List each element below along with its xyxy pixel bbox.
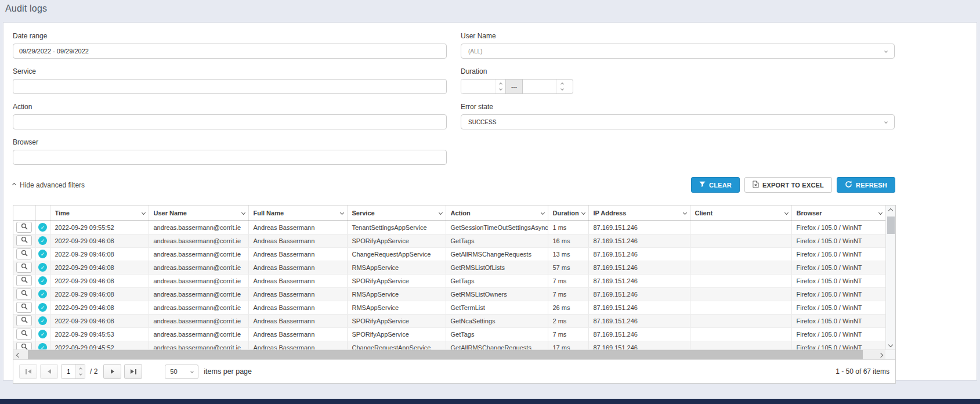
success-check-icon: ✓ xyxy=(38,223,47,232)
cell-full-name: Andreas Bassermann xyxy=(248,261,347,274)
duration-min-stepper[interactable] xyxy=(495,80,505,93)
column-header-full-name[interactable]: Full Name xyxy=(248,205,347,221)
user-name-select[interactable]: (ALL) xyxy=(461,44,895,59)
browser-field: Browser xyxy=(13,138,447,165)
row-details-button[interactable] xyxy=(16,275,32,286)
browser-input[interactable] xyxy=(13,150,447,165)
success-check-icon: ✓ xyxy=(38,236,47,245)
chevron-down-icon[interactable] xyxy=(141,211,145,215)
row-details-button[interactable] xyxy=(16,288,32,300)
row-details-button[interactable] xyxy=(16,329,32,340)
duration-min-input[interactable] xyxy=(461,80,495,93)
chevron-down-icon[interactable] xyxy=(581,211,585,215)
chevron-down-icon[interactable] xyxy=(241,211,245,215)
excel-file-icon xyxy=(753,181,759,189)
cell-user-name: andreas.bassermann@corrit.ie xyxy=(149,301,248,314)
success-check-icon: ✓ xyxy=(38,250,47,258)
table-row[interactable]: ✓2022-09-29 09:46:08andreas.bassermann@c… xyxy=(13,314,885,327)
table-row[interactable]: ✓2022-09-29 09:46:08andreas.bassermann@c… xyxy=(13,287,885,301)
page-number-box xyxy=(61,364,85,379)
page-number-stepper[interactable] xyxy=(75,365,85,378)
vertical-scrollbar-thumb[interactable] xyxy=(887,217,895,234)
magnifier-icon xyxy=(21,303,28,312)
action-input[interactable] xyxy=(13,114,447,129)
chevron-up-icon[interactable] xyxy=(79,367,82,371)
row-details-button[interactable] xyxy=(16,302,32,313)
column-header-time[interactable]: Time xyxy=(50,205,149,221)
scroll-down-button[interactable] xyxy=(886,340,896,349)
first-page-icon xyxy=(26,369,27,374)
magnifier-icon xyxy=(21,316,28,325)
column-header-duration[interactable]: Duration xyxy=(548,205,588,221)
row-details-button[interactable] xyxy=(16,262,32,273)
cell-time: 2022-09-29 09:46:08 xyxy=(50,247,149,261)
previous-page-button[interactable] xyxy=(40,364,58,379)
refresh-button[interactable]: REFRESH xyxy=(837,177,895,193)
table-row[interactable]: ✓2022-09-29 09:45:52andreas.bassermann@c… xyxy=(13,341,885,349)
column-header-action[interactable]: Action xyxy=(446,205,548,221)
table-row[interactable]: ✓2022-09-29 09:46:08andreas.bassermann@c… xyxy=(13,301,885,314)
cell-time: 2022-09-29 09:46:08 xyxy=(50,314,149,327)
table-row[interactable]: ✓2022-09-29 09:46:08andreas.bassermann@c… xyxy=(13,234,885,247)
chevron-down-icon[interactable] xyxy=(560,87,564,91)
column-header-ip-address[interactable]: IP Address xyxy=(588,205,690,221)
cell-browser: Firefox / 105.0 / WinNT xyxy=(791,234,885,247)
duration-max-stepper[interactable] xyxy=(556,80,567,93)
column-header-user-name[interactable]: User Name xyxy=(149,205,248,221)
horizontal-scrollbar-thumb[interactable] xyxy=(28,350,863,359)
chevron-down-icon[interactable] xyxy=(438,211,442,215)
table-row[interactable]: ✓2022-09-29 09:55:52andreas.bassermann@c… xyxy=(13,221,885,234)
scroll-right-button[interactable] xyxy=(876,350,885,360)
column-header-service[interactable]: Service xyxy=(347,205,446,221)
export-to-excel-button[interactable]: EXPORT TO EXCEL xyxy=(744,177,832,193)
cell-user-name: andreas.bassermann@corrit.ie xyxy=(149,327,248,341)
page-number-input[interactable] xyxy=(62,365,75,378)
cell-browser: Firefox / 105.0 / WinNT xyxy=(791,314,885,327)
duration-max-input[interactable] xyxy=(523,80,556,93)
service-label: Service xyxy=(13,67,447,75)
chevron-up-icon[interactable] xyxy=(499,82,502,86)
row-details-button[interactable] xyxy=(16,315,32,326)
column-header-client[interactable]: Client xyxy=(690,205,791,221)
chevron-down-icon[interactable] xyxy=(784,211,788,215)
chevron-up-icon[interactable] xyxy=(560,82,564,86)
table-row[interactable]: ✓2022-09-29 09:46:08andreas.bassermann@c… xyxy=(13,261,885,274)
chevron-right-icon xyxy=(878,352,883,357)
cell-duration: 7 ms xyxy=(548,327,588,341)
horizontal-scrollbar-track xyxy=(23,350,876,359)
scroll-up-button[interactable] xyxy=(886,205,896,215)
chevron-down-icon[interactable] xyxy=(339,211,343,215)
error-state-select[interactable]: SUCCESS xyxy=(461,114,895,129)
hide-advanced-filters-link[interactable]: Hide advanced filters xyxy=(13,181,85,189)
date-range-input[interactable] xyxy=(13,44,447,59)
chevron-down-icon[interactable] xyxy=(79,372,82,376)
chevron-down-icon[interactable] xyxy=(499,87,502,91)
chevron-down-icon[interactable] xyxy=(878,211,883,215)
cell-client xyxy=(690,261,791,274)
chevron-left-icon xyxy=(16,352,20,357)
row-details-button[interactable] xyxy=(16,222,32,233)
chevron-down-icon[interactable] xyxy=(540,211,544,215)
page-size-select[interactable]: 50 xyxy=(165,365,198,379)
row-details-button[interactable] xyxy=(16,235,32,246)
table-row[interactable]: ✓2022-09-29 09:46:08andreas.bassermann@c… xyxy=(13,247,885,261)
row-details-button[interactable] xyxy=(16,248,32,259)
row-details-button[interactable] xyxy=(16,342,32,349)
cell-action: GetAllRMSChangeRequests xyxy=(446,247,548,261)
last-page-button[interactable] xyxy=(124,364,142,379)
chevron-down-icon[interactable] xyxy=(682,211,686,215)
scroll-left-button[interactable] xyxy=(13,350,23,360)
service-input[interactable] xyxy=(13,79,447,94)
clear-button[interactable]: CLEAR xyxy=(691,177,740,193)
previous-page-icon xyxy=(48,369,51,374)
table-row[interactable]: ✓2022-09-29 09:46:08andreas.bassermann@c… xyxy=(13,274,885,287)
cell-browser: Firefox / 105.0 / WinNT xyxy=(791,287,885,301)
audit-logs-panel: Date range User Name (ALL) Service Durat… xyxy=(3,22,977,381)
first-page-button[interactable] xyxy=(19,364,37,379)
cell-ip-address: 87.169.151.246 xyxy=(588,314,690,327)
next-page-button[interactable] xyxy=(103,364,121,379)
table-row[interactable]: ✓2022-09-29 09:45:53andreas.bassermann@c… xyxy=(13,327,885,341)
cell-browser: Firefox / 105.0 / WinNT xyxy=(791,341,885,349)
column-header-browser[interactable]: Browser xyxy=(791,205,885,221)
duration-min-box xyxy=(461,80,505,93)
